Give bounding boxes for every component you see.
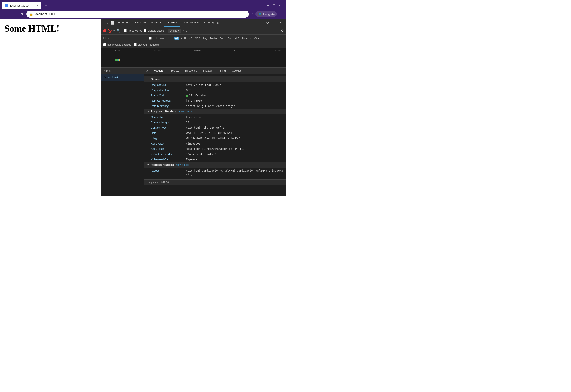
filter-other-button[interactable]: Other [253,37,262,40]
general-section-title: General [150,78,161,81]
devtools-settings-button[interactable]: ⚙ [265,20,271,26]
tab-timing[interactable]: Timing [215,68,229,74]
request-area: Name 🗋 localhost × Headers Preview Respo… [101,68,286,196]
url-bar[interactable]: 🔒 localhost:3000 [26,11,249,18]
request-headers-section-title: Request Headers [150,163,174,167]
row-value: keep-alive [186,115,202,119]
devtools-close-button[interactable]: × [278,20,284,26]
transfer-size: 341 B tran [161,181,172,183]
status-bar: 1 requests 341 B tran [144,179,286,185]
response-headers-view-source[interactable]: view source [179,110,192,113]
window-close-button[interactable]: × [277,3,282,8]
url-text: localhost:3000 [35,12,55,16]
tab-initiator[interactable]: Initiator [200,68,215,74]
disable-cache-label: Disable cache [147,29,164,32]
filter-css-button[interactable]: CSS [194,37,201,40]
minimize-button[interactable]: — [265,3,271,8]
network-toolbar: 🚫 ⌖ 🔍 Preserve log Disable cache Online … [101,27,286,35]
tab-performance[interactable]: Performance [180,19,201,27]
tab-network[interactable]: Network [164,19,180,27]
general-section-arrow: ▼ [147,78,149,81]
tab-memory[interactable]: Memory [202,19,217,27]
tab-console[interactable]: Console [133,19,149,27]
timeline-labels: 20 ms 40 ms 60 ms 80 ms 100 ms [115,49,286,52]
filter-media-button[interactable]: Media [209,37,218,40]
disable-cache-checkbox[interactable]: Disable cache [144,29,164,32]
preserve-log-checkbox[interactable]: Preserve log [124,29,142,32]
clear-button[interactable]: 🚫 [107,28,112,33]
filter-all-button[interactable]: All [174,37,179,40]
filter-ws-button[interactable]: WS [234,37,240,40]
more-tabs-button[interactable]: » [217,21,219,25]
row-value: http://localhost:3000/ [186,83,221,87]
new-tab-button[interactable]: + [42,2,49,9]
row-value: Express [186,157,197,161]
maximize-button[interactable]: ☐ [271,3,276,8]
tab-sources[interactable]: Sources [149,19,164,27]
filter-img-button[interactable]: Img [202,37,209,40]
online-label: Online [170,29,178,32]
blocked-requests-checkbox[interactable]: Blocked Requests [134,43,159,46]
tab-cookies[interactable]: Cookies [229,68,244,74]
row-value: text/html,application/xhtml+xml,applicat… [186,169,283,177]
forward-button[interactable]: → [11,11,17,17]
filter-button[interactable]: ⌖ [113,29,115,32]
devtools-menu-button[interactable]: ⋮ [271,20,277,26]
timeline-area: 20 ms 40 ms 60 ms 80 ms 100 ms [101,48,286,68]
request-headers-section-arrow: ▼ [147,164,149,166]
detail-panel-close-button[interactable]: × [144,68,150,74]
filter-input[interactable] [103,37,147,40]
detail-row: Date: Wed, 09 Dec 2020 09:40:36 GMT [144,130,286,136]
row-key: ETag: [151,136,186,140]
filter-manifest-button[interactable]: Manifest [241,37,253,40]
inspect-element-button[interactable]: ⬚ [103,20,109,26]
general-section-header[interactable]: ▼ General [144,76,286,82]
detail-row: Status Code: 201 Created [144,93,286,98]
throttle-dropdown[interactable]: Online ▾ [168,28,182,33]
blocked-requests-input[interactable] [134,43,136,46]
blocked-requests-label: Blocked Requests [137,43,159,46]
reload-button[interactable]: ↻ [18,11,25,17]
filter-font-button[interactable]: Font [219,37,226,40]
request-headers-view-source[interactable]: view source [176,163,190,167]
table-row[interactable]: 🗋 localhost [101,74,144,81]
export-har-button[interactable]: ↓ [186,29,188,33]
filter-doc-button[interactable]: Doc [226,37,234,40]
import-har-button[interactable]: ↑ [183,29,184,33]
has-blocked-cookies-input[interactable] [103,43,106,46]
detail-content: ▼ General Request URL: http://localhost:… [144,74,286,179]
row-value: text/html; charset=utf-8 [186,126,224,130]
status-dot [186,95,188,97]
filter-js-button[interactable]: JS [188,37,193,40]
devtools-toolbar: ⬚ ⬜ Elements Console Sources Network Per… [101,19,286,27]
tab-elements[interactable]: Elements [115,19,133,27]
tab-close-button[interactable]: × [36,4,38,7]
filter-xhr-button[interactable]: XHR [180,37,187,40]
request-headers-section-header[interactable]: ▼ Request Headers view source [144,162,286,168]
devtools-right-controls: ⚙ ⋮ × [265,20,284,26]
row-key: Status Code: [151,94,186,98]
detail-row: Connection: keep-alive [144,115,286,120]
online-dropdown-icon: ▾ [178,29,180,32]
row-key: Set-Cookie: [151,147,186,151]
tab-preview[interactable]: Preview [166,68,182,74]
browser-menu-button[interactable]: ⋮ [279,11,283,17]
search-button[interactable]: 🔍 [116,29,120,32]
hide-data-urls-input[interactable] [149,37,152,40]
hide-data-urls-checkbox[interactable]: Hide data URLs [149,37,171,40]
profile-button[interactable]: 👤 Incognito [255,11,277,17]
active-tab[interactable]: localhost:3000 × [2,2,41,9]
network-settings-button[interactable]: ⚙ [281,29,284,32]
record-button[interactable] [103,29,106,32]
tab-headers[interactable]: Headers [150,68,166,74]
tab-favicon [5,4,8,7]
back-button[interactable]: ← [3,11,9,17]
has-blocked-cookies-checkbox[interactable]: Has blocked cookies [103,43,131,46]
tab-response[interactable]: Response [182,68,200,74]
bookmark-button[interactable]: ☆ [251,12,254,16]
preserve-log-input[interactable] [124,29,127,32]
disable-cache-input[interactable] [144,29,146,32]
response-headers-section-header[interactable]: ▼ Response Headers view source [144,109,286,114]
name-column: Name 🗋 localhost [101,68,144,196]
device-toggle-button[interactable]: ⬜ [109,20,115,26]
